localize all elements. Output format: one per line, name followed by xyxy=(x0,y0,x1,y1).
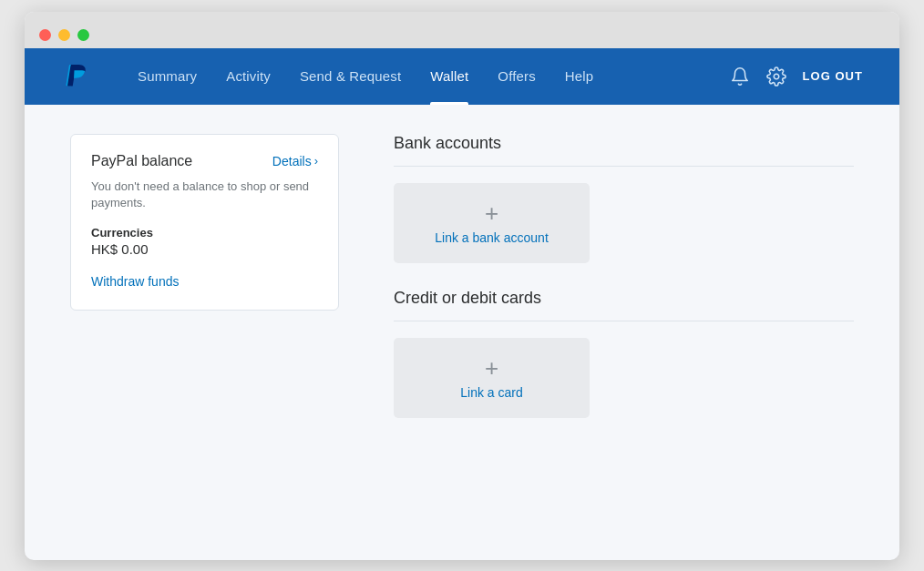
bank-accounts-section: Bank accounts + Link a bank account xyxy=(394,134,854,263)
balance-card-header: PayPal balance Details › xyxy=(91,153,318,169)
link-bank-account-button[interactable]: + Link a bank account xyxy=(394,183,590,263)
link-card-button[interactable]: + Link a card xyxy=(394,338,590,418)
window-maximize-dot[interactable] xyxy=(77,29,89,41)
plus-icon: + xyxy=(485,201,498,225)
main-content: PayPal balance Details › You don't need … xyxy=(25,105,899,560)
bank-accounts-divider xyxy=(394,166,854,167)
details-link-label: Details xyxy=(272,154,312,168)
nav-links: Summary Activity Send & Request Wallet O… xyxy=(123,48,730,105)
right-panel: Bank accounts + Link a bank account Cred… xyxy=(394,134,854,444)
currencies-label: Currencies xyxy=(91,226,318,240)
logout-button[interactable]: LOG OUT xyxy=(803,69,864,83)
nav-wallet[interactable]: Wallet xyxy=(416,48,483,105)
link-bank-label: Link a bank account xyxy=(435,230,549,245)
nav-right-icons: LOG OUT xyxy=(730,66,864,87)
details-link[interactable]: Details › xyxy=(272,154,318,168)
withdraw-funds-link[interactable]: Withdraw funds xyxy=(91,274,179,289)
nav-activity[interactable]: Activity xyxy=(211,48,285,105)
nav-send-request[interactable]: Send & Request xyxy=(285,48,416,105)
nav-offers[interactable]: Offers xyxy=(483,48,549,105)
cards-title: Credit or debit cards xyxy=(394,289,854,308)
cards-section: Credit or debit cards + Link a card xyxy=(394,289,854,418)
browser-window: Summary Activity Send & Request Wallet O… xyxy=(25,12,899,560)
currencies-value: HK$ 0.00 xyxy=(91,241,318,257)
chevron-right-icon: › xyxy=(314,154,318,168)
plus-icon-card: + xyxy=(485,356,498,380)
cards-divider xyxy=(394,321,854,321)
browser-chrome xyxy=(25,12,899,48)
paypal-logo xyxy=(61,62,90,91)
balance-title: PayPal balance xyxy=(91,153,192,169)
balance-description: You don't need a balance to shop or send… xyxy=(91,178,318,211)
balance-card: PayPal balance Details › You don't need … xyxy=(70,134,339,311)
link-card-label: Link a card xyxy=(460,385,522,400)
bank-accounts-title: Bank accounts xyxy=(394,134,854,153)
svg-point-0 xyxy=(774,74,779,79)
window-close-dot[interactable] xyxy=(39,29,51,41)
nav-summary[interactable]: Summary xyxy=(123,48,211,105)
settings-icon[interactable] xyxy=(766,66,786,87)
content-grid: PayPal balance Details › You don't need … xyxy=(70,134,854,444)
navbar: Summary Activity Send & Request Wallet O… xyxy=(25,48,899,105)
nav-help[interactable]: Help xyxy=(550,48,608,105)
notification-icon[interactable] xyxy=(730,66,750,87)
window-minimize-dot[interactable] xyxy=(58,29,70,41)
